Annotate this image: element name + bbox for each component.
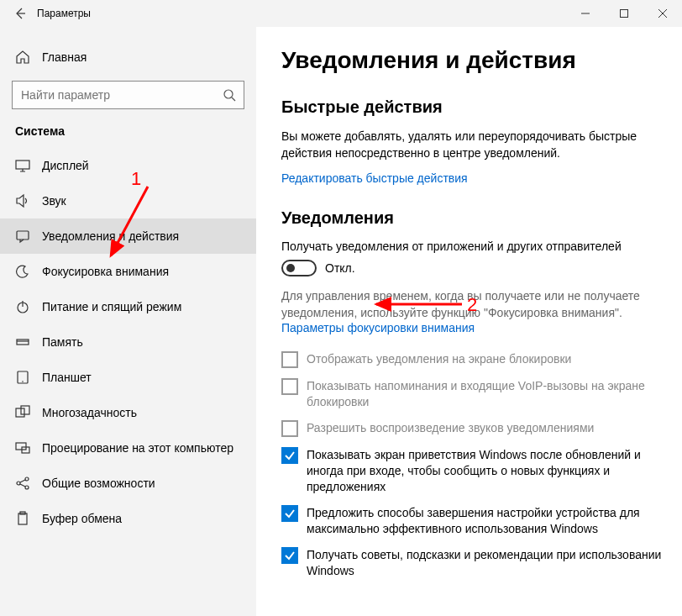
close-button[interactable] <box>643 0 682 27</box>
svg-rect-15 <box>18 513 27 524</box>
home-label: Главная <box>42 50 87 64</box>
notifications-toggle-label: Получать уведомления от приложений и дру… <box>281 240 662 253</box>
sidebar-item-sound[interactable]: Звук <box>0 183 256 218</box>
edit-quick-actions-link[interactable]: Редактировать быстрые действия <box>281 171 468 185</box>
sidebar-item-storage[interactable]: Память <box>0 324 256 360</box>
checkbox-row: Показывать напоминания и входящие VoIP-в… <box>281 378 662 410</box>
title-bar: Параметры <box>0 0 682 27</box>
svg-point-14 <box>25 486 29 489</box>
sidebar-item-label: Звук <box>42 194 66 208</box>
checkbox <box>281 420 298 437</box>
sidebar-item-label: Память <box>42 335 83 349</box>
toggle-knob <box>286 264 295 272</box>
sidebar-item-notifications[interactable]: Уведомления и действия <box>0 218 256 254</box>
svg-rect-8 <box>16 408 24 417</box>
power-icon <box>15 299 30 314</box>
maximize-button[interactable] <box>605 0 643 27</box>
checkbox-row: Разрешить воспроизведение звуков уведомл… <box>281 420 662 437</box>
checkbox-label: Разрешить воспроизведение звуков уведомл… <box>307 420 594 436</box>
svg-rect-10 <box>16 443 26 450</box>
multitask-icon <box>15 405 30 420</box>
shared-icon <box>15 476 30 491</box>
check-icon <box>284 508 296 519</box>
check-icon <box>284 550 296 561</box>
maximize-icon <box>620 9 628 18</box>
clipboard-icon <box>15 511 30 526</box>
content-area: Уведомления и действия Быстрые действия … <box>256 27 682 616</box>
notifications-heading: Уведомления <box>281 208 662 228</box>
sidebar-item-label: Многозадачность <box>42 406 137 419</box>
home-icon <box>15 50 30 65</box>
search-box[interactable] <box>12 81 244 109</box>
focus-assist-link[interactable]: Параметры фокусировки внимания <box>281 321 475 334</box>
page-title: Уведомления и действия <box>281 47 662 74</box>
search-input[interactable] <box>19 87 222 103</box>
projecting-icon <box>15 440 30 455</box>
checkbox[interactable] <box>281 505 298 522</box>
quick-actions-desc: Вы можете добавлять, удалять или переупо… <box>281 129 662 161</box>
checkbox-label: Получать советы, подсказки и рекомендаци… <box>307 547 662 579</box>
sidebar-item-multitask[interactable]: Многозадачность <box>0 395 256 430</box>
minimize-button[interactable] <box>566 0 605 27</box>
checkbox-label: Отображать уведомления на экране блокиро… <box>307 351 571 367</box>
window-title: Параметры <box>37 8 91 19</box>
checkbox-row: Отображать уведомления на экране блокиро… <box>281 351 662 368</box>
sidebar-item-label: Планшет <box>42 371 92 384</box>
svg-point-1 <box>224 90 233 98</box>
sidebar-item-label: Питание и спящий режим <box>42 300 181 313</box>
svg-rect-3 <box>17 231 29 240</box>
checkbox[interactable] <box>281 547 298 564</box>
storage-icon <box>15 334 30 350</box>
svg-rect-0 <box>621 10 628 18</box>
sidebar-item-shared[interactable]: Общие возможности <box>0 466 256 501</box>
focus-assist-hint: Для управления временем, когда вы получа… <box>281 288 662 321</box>
checkbox <box>281 351 298 368</box>
tablet-icon <box>15 370 30 385</box>
check-icon <box>284 450 296 461</box>
back-button[interactable] <box>7 0 34 27</box>
sidebar-item-label: Уведомления и действия <box>42 229 179 243</box>
sidebar-item-clipboard[interactable]: Буфер обмена <box>0 501 256 536</box>
svg-point-13 <box>25 477 29 481</box>
sidebar-item-power[interactable]: Питание и спящий режим <box>0 289 256 324</box>
checkbox-label: Предложить способы завершения настройки … <box>307 505 662 537</box>
checkbox <box>281 378 298 395</box>
sidebar-item-label: Дисплей <box>42 159 89 172</box>
display-icon <box>15 158 30 173</box>
svg-rect-2 <box>16 161 29 169</box>
svg-rect-9 <box>21 406 29 414</box>
search-icon <box>222 87 237 103</box>
sidebar-item-label: Буфер обмена <box>42 512 122 525</box>
close-icon <box>658 9 667 18</box>
notifications-toggle[interactable] <box>281 260 317 276</box>
focus-icon <box>15 264 30 279</box>
notifications-icon <box>15 229 30 244</box>
sidebar-item-label: Фокусировка внимания <box>42 265 169 278</box>
quick-actions-heading: Быстрые действия <box>281 97 662 117</box>
checkbox-row: Получать советы, подсказки и рекомендаци… <box>281 547 662 579</box>
minimize-icon <box>581 9 590 18</box>
sidebar-item-focus[interactable]: Фокусировка внимания <box>0 254 256 289</box>
sidebar-item-label: Общие возможности <box>42 476 155 490</box>
checkbox-label: Показывать экран приветствия Windows пос… <box>307 447 662 495</box>
sidebar-group-title: Система <box>0 124 256 138</box>
svg-point-12 <box>17 482 20 485</box>
sidebar-item-display[interactable]: Дисплей <box>0 148 256 183</box>
notifications-toggle-state: Откл. <box>325 261 355 275</box>
checkbox-row: Показывать экран приветствия Windows пос… <box>281 447 662 495</box>
sound-icon <box>15 193 30 208</box>
sidebar-item-projecting[interactable]: Проецирование на этот компьютер <box>0 430 256 466</box>
sidebar-item-tablet[interactable]: Планшет <box>0 360 256 395</box>
svg-point-7 <box>22 381 24 382</box>
home-button[interactable]: Главная <box>0 42 256 72</box>
sidebar: Главная Система ДисплейЗвукУведомления и… <box>0 27 256 616</box>
checkbox-row: Предложить способы завершения настройки … <box>281 505 662 537</box>
checkbox-label: Показывать напоминания и входящие VoIP-в… <box>307 378 662 410</box>
svg-rect-5 <box>17 340 29 345</box>
sidebar-item-label: Проецирование на этот компьютер <box>42 441 233 455</box>
arrow-left-icon <box>13 7 27 20</box>
checkbox[interactable] <box>281 447 298 464</box>
